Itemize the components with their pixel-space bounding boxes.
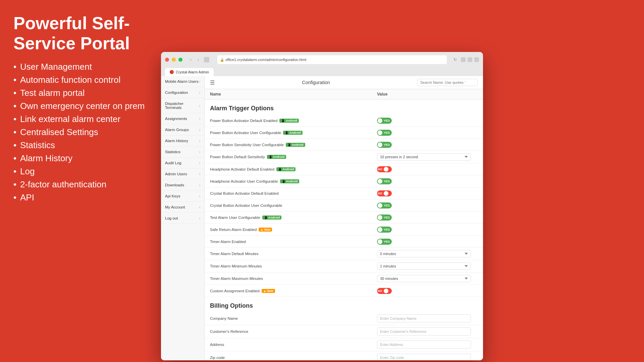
more-button[interactable] [474,57,479,62]
sidebar-item-log-out[interactable]: Log out› [161,213,204,224]
feature-bullet: Test alarm portal [13,88,168,98]
minimize-button[interactable] [172,58,176,62]
toggle-yes[interactable]: YES [377,215,392,221]
toggle-yes[interactable]: YES [377,118,392,124]
sidebar-item-api-keys[interactable]: Api Keys› [161,191,204,202]
share-button[interactable] [461,57,466,62]
main-heading: Powerful Self-Service Portal [13,13,168,54]
config-input[interactable] [377,341,471,349]
config-input[interactable] [377,327,471,336]
sidebar-item-label: Downloads [165,183,184,187]
feature-bullet: Centralised Settings [13,127,168,137]
feature-list: User ManagementAutomatic function contro… [13,62,168,203]
config-select[interactable]: 0 minutes [377,250,471,257]
toggle-no[interactable]: NO [377,166,392,172]
sidebar: Mobile Alarm Users›Configuration›Dispatc… [161,76,205,360]
config-select[interactable]: 30 minutes [377,275,471,282]
new-badge: ▲ New [259,228,272,232]
forward-button[interactable]: › [195,57,201,63]
sidebar-item-admin-users[interactable]: Admin Users› [161,169,204,180]
android-badge: 📱 Android [280,179,300,183]
config-row: Crystal Button Activator Default Enabled… [205,187,483,199]
nav-arrows: ‹ › [188,57,201,63]
sidebar-item-audit-log[interactable]: Audit Log› [161,158,204,169]
config-row-name: Headphone Activator User Configurable📱 A… [210,179,377,183]
address-bar[interactable]: 🔒 office1.crystalalarm.com/admin/configu… [217,55,447,64]
config-row-name: Safe Return Alarm Enabled▲ New [210,228,377,232]
tab-favicon [170,70,174,74]
search-input[interactable] [417,79,478,86]
maximize-button[interactable] [178,58,182,62]
page-title: Configuration [215,80,417,85]
config-row-name: Power Button Default Sensitivity📱 Androi… [210,155,377,159]
config-row-value: YES [377,202,478,208]
back-button[interactable]: ‹ [188,57,194,63]
toggle-yes[interactable]: YES [377,202,392,208]
toggle-yes[interactable]: YES [377,239,392,245]
chevron-right-icon: › [199,183,200,187]
toggle-yes[interactable]: YES [377,178,392,184]
config-row-value: YES [377,130,478,136]
config-row-name: Customer's Reference [210,329,377,334]
browser-window: ‹ › 🔒 office1.crystalalarm.com/admin/con… [161,52,483,360]
sidebar-item-configuration[interactable]: Configuration› [161,87,204,98]
sidebar-item-alarm-history[interactable]: Alarm History› [161,135,204,146]
feature-bullet: Own emergency center on prem [13,101,168,111]
table-header: Name Value [205,89,483,100]
sidebar-item-label: Admin Users [165,172,187,176]
config-row-name: Power Button Activator Default Enabled📱 … [210,119,377,123]
toggle-yes[interactable]: YES [377,142,392,148]
section-title-0: Alarm Trigger Options [205,100,483,115]
feature-bullet: Automatic function control [13,75,168,85]
tab-grid-icon [204,57,209,62]
config-row: Power Button Sensitivity User Configurab… [205,139,483,151]
config-row-value: YES [377,118,478,124]
sidebar-item-label: Assignments [165,117,187,121]
sidebar-item-label: Dispatcher Terminals [165,102,199,110]
config-row-value [377,314,478,322]
config-row-value: 10 presses in 2 second [377,153,478,161]
sidebar-item-statistics[interactable]: Statistics› [161,146,204,158]
content-scroll: Alarm Trigger OptionsPower Button Activa… [205,100,483,360]
browser-tab[interactable]: Crystal Alarm Admin [165,68,214,76]
config-row: Power Button Default Sensitivity📱 Androi… [205,151,483,163]
section-title-1: Billing Options [205,297,483,312]
config-input[interactable] [377,354,471,360]
chevron-right-icon: › [199,217,200,220]
sidebar-item-dispatcher-terminals[interactable]: Dispatcher Terminals› [161,98,204,113]
hamburger-icon[interactable]: ☰ [210,79,215,86]
close-button[interactable] [165,58,169,62]
config-select[interactable]: 10 presses in 2 second [377,153,471,161]
col-value-header: Value [377,92,478,97]
refresh-button[interactable]: ↻ [452,57,458,63]
config-row-name: Crystal Button Activator User Configurab… [210,203,377,207]
config-select[interactable]: 1 minutes [377,262,471,270]
sidebar-item-label: Configuration [165,90,188,95]
config-input[interactable] [377,314,471,322]
address-text: office1.crystalalarm.com/admin/configura… [225,58,306,62]
config-row-value: YES [377,239,478,245]
chevron-right-icon: › [199,91,200,95]
sidebar-item-label: Alarm History [165,139,188,143]
sidebar-item-my-account[interactable]: My Account› [161,202,204,213]
config-row: Zip code [205,351,483,360]
col-name-header: Name [210,92,377,97]
toggle-yes[interactable]: YES [377,227,392,233]
tab-label: Crystal Alarm Admin [176,70,209,74]
config-row-name: Test Alarm User Configurable📱 Android [210,216,377,220]
chevron-right-icon: › [199,161,200,165]
bookmark-button[interactable] [468,57,472,62]
config-row: Power Button Activator User Configurable… [205,127,483,139]
main-header: ☰ Configuration [205,76,483,89]
sidebar-item-downloads[interactable]: Downloads› [161,180,204,191]
toggle-yes[interactable]: YES [377,130,392,136]
sidebar-item-assignments[interactable]: Assignments› [161,113,204,124]
android-badge: 📱 Android [286,143,305,147]
toggle-no[interactable]: NO [377,190,392,196]
lock-icon: 🔒 [220,58,224,62]
config-row-name: Company Name [210,316,377,320]
toggle-no[interactable]: NO [377,288,392,294]
sidebar-item-alarm-groups[interactable]: Alarm Groups› [161,124,204,135]
sidebar-item-mobile-alarm-users[interactable]: Mobile Alarm Users› [161,76,204,87]
chevron-right-icon: › [199,128,200,132]
